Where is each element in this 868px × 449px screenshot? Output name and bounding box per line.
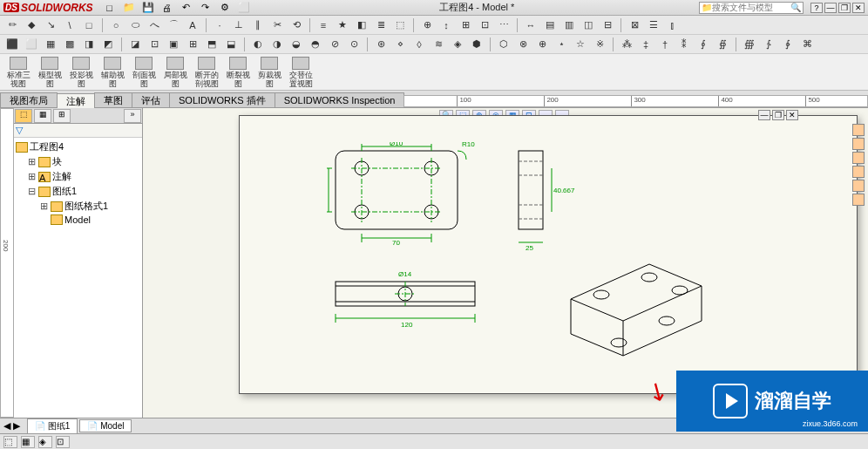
- view-command-button[interactable]: 模型视图: [35, 56, 64, 89]
- annotation-tool-icon[interactable]: ⊕: [533, 37, 551, 52]
- tree-toggle-icon[interactable]: ⊞: [28, 156, 37, 167]
- annotation-tool-icon[interactable]: ▩: [61, 37, 78, 52]
- sketch-tool-icon[interactable]: ○: [107, 17, 125, 33]
- sketch-tool-icon[interactable]: ⟲: [288, 17, 305, 33]
- view-command-button[interactable]: 断裂视图: [223, 56, 253, 89]
- taskpane-appearance-icon[interactable]: [852, 180, 865, 192]
- annotation-tool-icon[interactable]: ▣: [165, 37, 182, 52]
- view-command-button[interactable]: 局部视图: [160, 56, 190, 89]
- annotation-tool-icon[interactable]: ⊡: [146, 37, 163, 52]
- sketch-tool-icon[interactable]: □: [80, 17, 98, 33]
- taskpane-explorer-icon[interactable]: [852, 152, 865, 164]
- annotation-tool-icon[interactable]: ∰: [741, 37, 758, 52]
- sketch-tool-icon[interactable]: ◫: [580, 17, 597, 33]
- status-icon[interactable]: ⬚: [3, 436, 17, 448]
- sketch-tool-icon[interactable]: ↕: [437, 17, 455, 33]
- annotation-tool-icon[interactable]: ⬒: [203, 37, 220, 52]
- qat-save-icon[interactable]: 💾: [140, 1, 156, 15]
- close-button[interactable]: ✕: [852, 3, 865, 13]
- sketch-tool-icon[interactable]: ⊠: [626, 17, 643, 33]
- sketch-tool-icon[interactable]: ⋯: [495, 17, 512, 33]
- annotation-tool-icon[interactable]: ◒: [288, 37, 305, 52]
- annotation-tool-icon[interactable]: ‡: [637, 37, 654, 52]
- command-tab[interactable]: 草图: [94, 92, 132, 107]
- sketch-tool-icon[interactable]: ▥: [560, 17, 578, 33]
- view-command-button[interactable]: 交替位置视图: [286, 56, 315, 89]
- tree-root[interactable]: 工程图4: [16, 139, 140, 154]
- annotation-tool-icon[interactable]: ⊙: [345, 37, 363, 52]
- annotation-tool-icon[interactable]: ⬢: [468, 37, 485, 52]
- annotation-tool-icon[interactable]: ⬛: [3, 37, 21, 52]
- tree-item[interactable]: ⊞A注解: [16, 169, 140, 184]
- annotation-tool-icon[interactable]: ◩: [99, 37, 117, 52]
- tree-toggle-icon[interactable]: ⊞: [28, 171, 37, 182]
- qat-new-icon[interactable]: □: [102, 1, 118, 15]
- sketch-tool-icon[interactable]: ✏: [3, 17, 21, 33]
- view-command-button[interactable]: 断开的剖视图: [192, 56, 221, 89]
- taskpane-palette-icon[interactable]: [852, 166, 865, 178]
- command-tab[interactable]: SOLIDWORKS 插件: [169, 92, 275, 107]
- tree-item[interactable]: Model: [16, 214, 140, 226]
- annotation-tool-icon[interactable]: ☆: [572, 37, 589, 52]
- minimize-button[interactable]: —: [824, 3, 837, 13]
- help-button[interactable]: ?: [810, 3, 823, 13]
- doc-min-icon[interactable]: —: [758, 110, 770, 120]
- annotation-tool-icon[interactable]: ◊: [410, 37, 428, 52]
- annotation-tool-icon[interactable]: ∲: [779, 37, 797, 52]
- annotation-tool-icon[interactable]: ◨: [80, 37, 98, 52]
- status-icon[interactable]: ▦: [21, 436, 35, 448]
- doc-restore-icon[interactable]: ❐: [772, 110, 784, 120]
- sketch-tool-icon[interactable]: ☰: [645, 17, 662, 33]
- sketch-tool-icon[interactable]: \: [61, 17, 78, 33]
- sketch-tool-icon[interactable]: A: [184, 17, 201, 33]
- annotation-tool-icon[interactable]: ⊛: [372, 37, 390, 52]
- view-command-button[interactable]: 标准三视图: [3, 56, 33, 89]
- annotation-tool-icon[interactable]: ◪: [126, 37, 144, 52]
- command-tab[interactable]: 视图布局: [0, 92, 58, 107]
- annotation-tool-icon[interactable]: ◐: [249, 37, 267, 52]
- annotation-tool-icon[interactable]: ⁂: [618, 37, 635, 52]
- taskpane-library-icon[interactable]: [852, 138, 865, 150]
- filter-icon[interactable]: ▽: [16, 125, 23, 135]
- qat-print-icon[interactable]: 🖨: [159, 1, 175, 15]
- panel-expand-icon[interactable]: »: [124, 109, 141, 123]
- qat-undo-icon[interactable]: ↶: [179, 1, 194, 15]
- panel-tab-property-icon[interactable]: ▦: [34, 109, 51, 123]
- annotation-tool-icon[interactable]: ◈: [449, 37, 466, 52]
- annotation-tool-icon[interactable]: ⋆: [553, 37, 570, 52]
- sketch-tool-icon[interactable]: ▤: [541, 17, 559, 33]
- sheet-tab[interactable]: 📄 Model: [79, 419, 132, 432]
- status-icon[interactable]: ⊡: [56, 436, 70, 448]
- annotation-tool-icon[interactable]: ≋: [430, 37, 447, 52]
- view-command-button[interactable]: 辅助视图: [98, 56, 127, 89]
- sketch-tool-icon[interactable]: ⬚: [391, 17, 409, 33]
- annotation-tool-icon[interactable]: ⬡: [495, 37, 512, 52]
- annotation-tool-icon[interactable]: ⊗: [514, 37, 532, 52]
- search-input[interactable]: [712, 3, 790, 12]
- feature-tree[interactable]: 工程图4 ⊞块⊞A注解⊟图纸1⊞图纸格式1Model: [14, 138, 142, 418]
- sketch-tool-icon[interactable]: ⫿: [664, 17, 682, 33]
- annotation-tool-icon[interactable]: ◑: [268, 37, 286, 52]
- annotation-tool-icon[interactable]: ⊘: [326, 37, 343, 52]
- sketch-tool-icon[interactable]: ✂: [268, 17, 286, 33]
- sketch-tool-icon[interactable]: ≡: [315, 17, 332, 33]
- annotation-tool-icon[interactable]: ⋄: [391, 37, 409, 52]
- sketch-tool-icon[interactable]: ⊡: [476, 17, 493, 33]
- annotation-tool-icon[interactable]: ⬜: [23, 37, 40, 52]
- sketch-tool-icon[interactable]: ◧: [353, 17, 370, 33]
- doc-close-icon[interactable]: ✕: [786, 110, 798, 120]
- qat-open-icon[interactable]: 📁: [121, 1, 137, 15]
- sketch-tool-icon[interactable]: ∥: [249, 17, 267, 33]
- sketch-tool-icon[interactable]: ⊞: [457, 17, 474, 33]
- annotation-tool-icon[interactable]: ∮: [695, 37, 712, 52]
- search-box[interactable]: 📁 🔍: [699, 2, 804, 14]
- panel-tab-config-icon[interactable]: ⊞: [53, 109, 71, 123]
- annotation-tool-icon[interactable]: ⌘: [798, 37, 816, 52]
- sketch-tool-icon[interactable]: ⊟: [599, 17, 616, 33]
- annotation-tool-icon[interactable]: ※: [591, 37, 608, 52]
- panel-tab-feature-icon[interactable]: ⬚: [15, 109, 32, 123]
- tree-toggle-icon[interactable]: ⊟: [28, 186, 37, 197]
- tab-nav-icons[interactable]: ◀ ▶: [3, 420, 20, 432]
- view-command-button[interactable]: 投影视图: [66, 56, 96, 89]
- restore-button[interactable]: ❐: [838, 3, 851, 13]
